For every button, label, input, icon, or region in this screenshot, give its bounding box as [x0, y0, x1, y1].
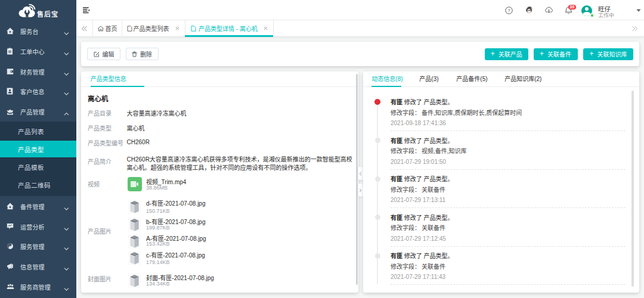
svg-text:?: ? — [507, 8, 510, 13]
